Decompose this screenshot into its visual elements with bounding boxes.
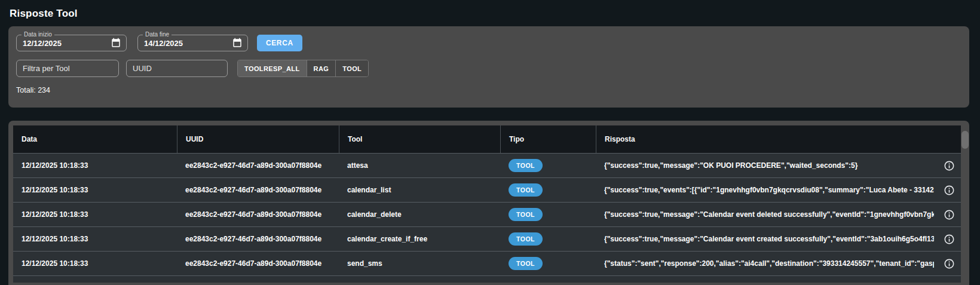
tipo-badge: TOOL bbox=[509, 208, 543, 222]
risposta-text: {"status":"sent","response":200,"alias":… bbox=[604, 252, 934, 275]
column-header-tipo: Tipo bbox=[500, 125, 596, 153]
page-title: Risposte Tool bbox=[10, 6, 980, 21]
date-end-label: Data fine bbox=[143, 31, 172, 38]
cell-tipo: TOOL bbox=[500, 178, 596, 202]
cell-tipo: TOOL bbox=[500, 227, 596, 251]
date-end-input[interactable] bbox=[138, 39, 232, 48]
calendar-icon[interactable] bbox=[232, 38, 243, 48]
toggle-toolresp-all[interactable]: TOOLRESP_ALL bbox=[238, 60, 307, 76]
table-row: 12/12/2025 10:18:33 ee2843c2-e927-46d7-a… bbox=[13, 202, 961, 226]
date-start-field[interactable]: Data inizio bbox=[16, 35, 127, 51]
table-row: 12/12/2025 10:18:33 ee2843c2-e927-46d7-a… bbox=[13, 177, 961, 202]
risposta-text: {"success":true,"events":[{"id":"1gnevhh… bbox=[604, 178, 934, 202]
cell-risposta: {"success":true,"message":"Calendar even… bbox=[596, 227, 961, 251]
risposta-text: {"success":true,"message":"Calendar even… bbox=[604, 227, 934, 251]
cell-tool: calendar_create_if_free bbox=[339, 227, 500, 251]
risposta-text: {"success":true,"message":"OK PUOI PROCE… bbox=[604, 154, 934, 177]
cell-tipo: TOOL bbox=[500, 252, 596, 275]
cell-uuid: ee2843c2-e927-46d7-a89d-300a07f8804e bbox=[177, 227, 339, 251]
tipo-badge: TOOL bbox=[509, 159, 543, 173]
filter-row-inputs: TOOLRESP_ALL RAG TOOL bbox=[16, 60, 969, 77]
cell-uuid: ee2843c2-e927-46d7-a89d-300a07f8804e bbox=[177, 252, 339, 275]
toggle-tool[interactable]: TOOL bbox=[335, 60, 368, 76]
table-header-row: Data UUID Tool Tipo Risposta bbox=[13, 125, 961, 153]
cell-tool: calendar_list bbox=[339, 178, 500, 202]
total-count-label: Totali: 234 bbox=[16, 86, 969, 94]
filter-panel: Data inizio Data fine CERCA TOOLRESP_ALL… bbox=[8, 26, 969, 108]
calendar-icon[interactable] bbox=[111, 38, 121, 48]
toggle-rag[interactable]: RAG bbox=[307, 60, 336, 76]
info-icon[interactable] bbox=[944, 209, 955, 220]
column-header-risposta: Risposta bbox=[596, 125, 961, 153]
cell-data: 12/12/2025 10:18:33 bbox=[13, 227, 177, 251]
cell-tool: calendar_delete bbox=[339, 203, 500, 226]
risposta-text: {"success":true,"message":"Calendar even… bbox=[604, 203, 934, 226]
cell-uuid: ee2843c2-e927-46d7-a89d-300a07f8804e bbox=[177, 178, 339, 202]
table-row: 12/12/2025 10:18:33 ee2843c2-e927-46d7-a… bbox=[13, 153, 961, 177]
filter-row-dates: Data inizio Data fine CERCA bbox=[16, 35, 969, 51]
cell-risposta: {"success":true,"message":"OK PUOI PROCE… bbox=[596, 154, 961, 177]
cell-risposta: {"success":true,"events":[{"id":"1gnevhh… bbox=[596, 178, 961, 202]
date-start-input[interactable] bbox=[17, 39, 111, 48]
type-toggle-group: TOOLRESP_ALL RAG TOOL bbox=[237, 60, 369, 77]
info-icon[interactable] bbox=[944, 185, 955, 196]
info-icon[interactable] bbox=[944, 234, 955, 245]
cell-risposta: {"success":true,"message":"Calendar even… bbox=[596, 203, 961, 226]
cell-data: 12/12/2025 10:18:33 bbox=[13, 154, 177, 177]
cell-tool: send_sms bbox=[339, 252, 500, 275]
uuid-filter-input[interactable] bbox=[126, 60, 228, 77]
results-table-panel: Data UUID Tool Tipo Risposta 12/12/2025 … bbox=[8, 121, 969, 285]
cell-data: 12/12/2025 10:18:33 bbox=[13, 178, 177, 202]
cell-risposta: {"status":"sent","response":200,"alias":… bbox=[596, 252, 961, 275]
column-header-tool: Tool bbox=[339, 125, 500, 153]
cell-data: 12/12/2025 10:18:33 bbox=[13, 203, 177, 226]
search-button[interactable]: CERCA bbox=[257, 35, 302, 51]
info-icon[interactable] bbox=[944, 258, 955, 269]
date-start-label: Data inizio bbox=[22, 31, 54, 38]
cell-uuid: ee2843c2-e927-46d7-a89d-300a07f8804e bbox=[177, 203, 339, 226]
cell-tool: attesa bbox=[339, 154, 500, 177]
column-header-data: Data bbox=[13, 125, 177, 153]
cell-data: 12/12/2025 10:18:33 bbox=[13, 252, 177, 275]
date-end-field[interactable]: Data fine bbox=[137, 35, 248, 51]
cell-tipo: TOOL bbox=[500, 154, 596, 177]
table-row: 12/12/2025 10:18:33 ee2843c2-e927-46d7-a… bbox=[13, 226, 961, 251]
cell-uuid: ee2843c2-e927-46d7-a89d-300a07f8804e bbox=[177, 154, 339, 177]
tipo-badge: TOOL bbox=[509, 257, 543, 271]
tipo-badge: TOOL bbox=[509, 232, 543, 246]
cell-tipo: TOOL bbox=[500, 203, 596, 226]
table-row-partial bbox=[13, 275, 961, 283]
info-icon[interactable] bbox=[944, 160, 955, 171]
tool-filter-input[interactable] bbox=[16, 60, 119, 77]
table-row: 12/12/2025 10:18:33 ee2843c2-e927-46d7-a… bbox=[13, 251, 961, 275]
tipo-badge: TOOL bbox=[509, 183, 543, 197]
column-header-uuid: UUID bbox=[177, 125, 339, 153]
table-scrollbar[interactable] bbox=[961, 131, 969, 149]
